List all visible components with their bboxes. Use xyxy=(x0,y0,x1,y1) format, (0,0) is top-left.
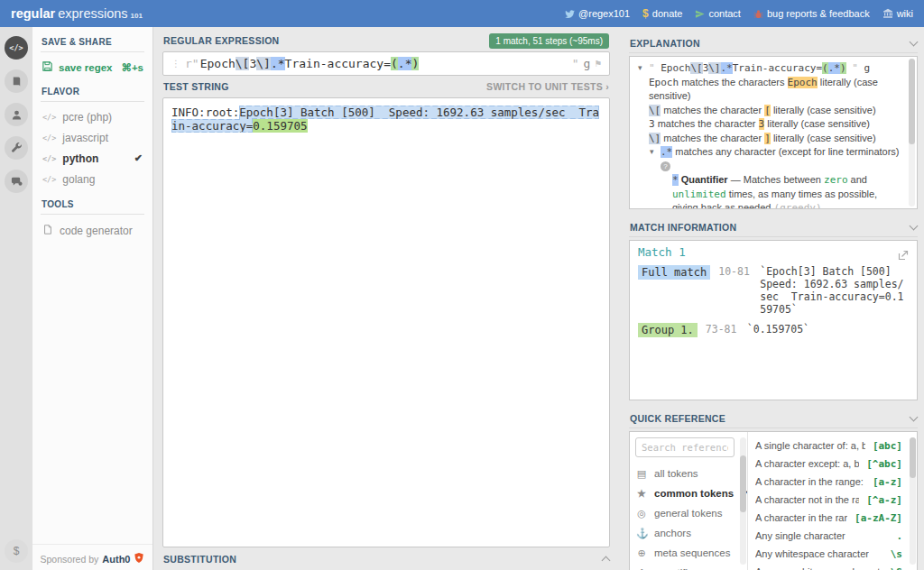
nav-link-bug-reports[interactable]: bug reports & feedback xyxy=(753,8,870,19)
entries-scrollbar[interactable] xyxy=(910,437,916,565)
nav-link-regex101-twitter[interactable]: @regex101 xyxy=(564,8,630,19)
floppy-save-icon xyxy=(42,60,53,74)
substitution-title: SUBSTITUTION xyxy=(163,554,236,565)
group-1-range: 73-81 xyxy=(706,323,739,336)
quick-reference-item[interactable]: A character not in the range: a-z[^a-z] xyxy=(755,491,902,509)
quick-reference-item[interactable]: A single character of: a, b or c[abc] xyxy=(755,437,902,455)
checkmark-icon: ✔ xyxy=(134,152,143,164)
test-string-title: TEST STRING xyxy=(163,81,229,92)
group-match-highlight: 0.159705 xyxy=(253,119,307,133)
export-matches-icon[interactable] xyxy=(898,247,909,264)
match-info-title: MATCH INFORMATION xyxy=(630,222,736,233)
reference-syntax: [a-z] xyxy=(873,476,902,488)
category-icon: ⊕ xyxy=(636,547,647,559)
quick-reference-item[interactable]: Any non-whitespace character\S xyxy=(755,563,902,570)
drag-handle-icon[interactable]: ⋮ xyxy=(171,59,179,69)
full-match-range: 10-81 xyxy=(718,265,752,278)
reference-label: A single character of: a, b or c xyxy=(755,440,865,451)
category-label: general tokens xyxy=(654,508,722,519)
regex-editor-icon[interactable]: </> xyxy=(5,36,28,60)
quick-reference-item[interactable]: A character in the range: a-z[a-z] xyxy=(755,473,902,491)
quick-reference-item[interactable]: A character except: a, b or c[^abc] xyxy=(755,455,902,473)
nav-link-wiki[interactable]: wiki xyxy=(882,8,913,19)
regex-input[interactable]: ⋮ r" Epoch\[3\].*Train-accuracy=(.*) " g… xyxy=(162,51,610,76)
chevron-down-icon[interactable] xyxy=(910,221,919,230)
explanation-lines: ▾" Epoch\[3\].*Train-accuracy=(.*) " gEp… xyxy=(637,61,902,209)
reference-syntax: [^a-z] xyxy=(866,494,902,506)
explanation-title: EXPLANATION xyxy=(630,38,700,49)
reference-label: A character in the range: a-z xyxy=(755,476,865,487)
category-label: all tokens xyxy=(654,468,698,479)
flavor-label: python xyxy=(62,152,98,165)
quick-reference-category[interactable]: ⚓anchors xyxy=(635,523,735,543)
search-reference-input[interactable] xyxy=(635,437,735,457)
save-regex-button[interactable]: save regex ⌘+s xyxy=(41,57,144,82)
tree-collapse-icon[interactable]: ▾ xyxy=(638,61,642,76)
test-string-input[interactable]: INFO:root:Epoch[3] Batch [500] Speed: 16… xyxy=(162,97,610,547)
quick-reference-item[interactable]: Any single character. xyxy=(755,527,902,545)
regex-header-title: REGULAR EXPRESSION xyxy=(163,35,280,46)
quick-reference-category[interactable]: ◎general tokens xyxy=(635,503,735,523)
explanation-line: Epoch matches the characters Epoch liter… xyxy=(637,76,902,104)
nav-link-label: @regex101 xyxy=(578,8,630,19)
quick-reference-category[interactable]: ▤all tokens xyxy=(635,464,735,483)
quick-reference-item[interactable]: Any whitespace character\s xyxy=(755,545,902,563)
library-book-icon[interactable] xyxy=(5,69,28,93)
categories-scrollbar[interactable] xyxy=(740,437,746,565)
nav-link-label: contact xyxy=(708,8,740,19)
flavor-item-pcre[interactable]: </> pcre (php) xyxy=(41,106,144,127)
scrollbar-thumb[interactable] xyxy=(740,455,746,512)
quick-reference-category[interactable]: ⊕meta sequences xyxy=(635,543,735,563)
chevron-down-icon[interactable] xyxy=(910,412,919,421)
flavor-item-javascript[interactable]: </> javascript xyxy=(41,127,144,148)
category-icon: ⚓ xyxy=(636,528,647,539)
reference-label: A character except: a, b or c xyxy=(755,458,859,469)
account-user-icon[interactable] xyxy=(5,103,28,126)
match-1-label: Match 1 xyxy=(638,245,909,259)
scrollbar-thumb[interactable] xyxy=(910,437,916,478)
chevron-up-icon[interactable] xyxy=(602,556,611,565)
switch-to-unit-tests-link[interactable]: SWITCH TO UNIT TESTS › xyxy=(486,81,609,92)
code-icon: </> xyxy=(42,113,56,122)
category-label: meta sequences xyxy=(654,547,730,558)
regex-flags-area[interactable]: " g ⚑ xyxy=(572,57,601,70)
left-icon-strip: </> $ xyxy=(0,27,32,570)
logo-part-101: 101 xyxy=(131,12,143,20)
explanation-line: * Quantifier — Matches between zero and … xyxy=(637,173,902,209)
explanation-line: 3 matches the character 3 literally (cas… xyxy=(637,117,902,132)
explanation-scrollbar[interactable] xyxy=(909,59,915,207)
explanation-line: \[ matches the character [ literally (ca… xyxy=(637,104,902,118)
chat-feedback-icon[interactable] xyxy=(5,170,28,193)
flavor-item-python[interactable]: </> python ✔ xyxy=(41,148,144,169)
scrollbar-thumb[interactable] xyxy=(909,59,915,144)
code-icon: </> xyxy=(42,133,56,142)
save-share-header: SAVE & SHARE xyxy=(41,32,144,52)
full-match-chip: Full match xyxy=(638,265,710,280)
category-icon: ★ xyxy=(636,488,647,500)
reference-label: Any whitespace character xyxy=(755,548,869,559)
nav-link-contact[interactable]: contact xyxy=(695,8,740,19)
nav-link-donate[interactable]: $ donate xyxy=(642,7,682,20)
quick-reference-entries: A single character of: a, b or c[abc]A c… xyxy=(748,432,910,570)
code-icon: </> xyxy=(42,175,56,184)
quick-reference-item[interactable]: A character in the range: a-z or ...[a-z… xyxy=(755,509,902,527)
code-generator-item[interactable]: code generator xyxy=(41,219,144,242)
category-icon: ▤ xyxy=(636,468,647,480)
quick-reference-category[interactable]: ★common tokens✔ xyxy=(635,483,735,503)
sponsor-link[interactable]: Sponsored by Auth0 xyxy=(32,544,152,565)
chevron-down-icon[interactable] xyxy=(910,37,919,46)
regex-flags: g xyxy=(584,57,591,70)
substitution-bar[interactable]: SUBSTITUTION xyxy=(162,547,610,570)
quick-reference-categories: ▤all tokens★common tokens✔◎general token… xyxy=(630,432,740,570)
reference-list: A single character of: a, b or c[abc]A c… xyxy=(755,437,902,570)
flavor-item-golang[interactable]: </> golang xyxy=(41,169,144,189)
explanation-panel: ▾" Epoch\[3\].*Train-accuracy=(.*) " gEp… xyxy=(629,56,918,209)
document-icon xyxy=(42,224,53,238)
quick-reference-category[interactable]: ✱quantifiers xyxy=(635,563,735,570)
twitter-icon xyxy=(564,8,575,19)
site-logo[interactable]: regular expressions 101 xyxy=(11,6,143,21)
tree-collapse-icon[interactable]: ▾ xyxy=(650,145,654,160)
sponsor-dollar-icon[interactable]: $ xyxy=(5,539,28,563)
settings-wrench-icon[interactable] xyxy=(5,136,28,160)
nav-link-label: donate xyxy=(652,8,683,19)
